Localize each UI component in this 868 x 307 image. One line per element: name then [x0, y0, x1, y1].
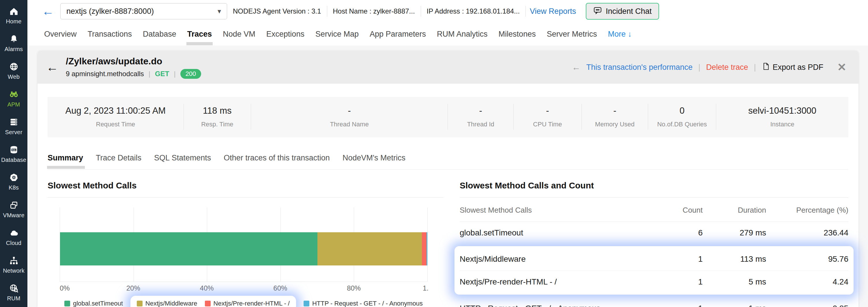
chart-plot-area	[60, 208, 427, 282]
chat-bubble-icon	[593, 6, 602, 17]
tab-server-metrics[interactable]: Server Metrics	[547, 30, 597, 39]
sidebar-item-apm[interactable]: APM	[0, 85, 27, 113]
x-tick: 1.	[423, 284, 429, 292]
legend-item-nextjs-prerender[interactable]: Nextjs/Pre-render-HTML - /	[205, 300, 290, 307]
cloud-icon	[9, 228, 19, 238]
table-header-row: Slowest Method Calls Count Duration Perc…	[460, 197, 848, 222]
top-bar: ← nextjs (zylker-8887:8000) ▾ NODEJS Age…	[27, 0, 868, 23]
subtab-summary[interactable]: Summary	[48, 154, 83, 162]
tab-node-vm[interactable]: Node VM	[223, 30, 255, 39]
table-row[interactable]: HTTP - Request - GET - / - Anonymous 1 1…	[460, 297, 848, 307]
binoculars-icon	[9, 89, 19, 99]
trace-body: Aug 2, 2023 11:00:25 AM Request Time 118…	[37, 97, 859, 307]
export-pdf-link[interactable]: Export as PDF	[762, 62, 824, 72]
application-selector[interactable]: nextjs (zylker-8887:8000) ▾	[60, 3, 227, 19]
legend-item-global-settimeout[interactable]: global.setTimeout	[64, 300, 123, 307]
incident-chat-button[interactable]: Incident Chat	[586, 3, 659, 20]
x-tick: 0%	[60, 284, 70, 292]
http-method-badge: GET	[155, 70, 169, 78]
tab-rum-analytics[interactable]: RUM Analytics	[437, 30, 488, 39]
status-code-badge: 200	[180, 69, 202, 79]
tab-database[interactable]: Database	[143, 30, 176, 39]
table-row[interactable]: Nextjs/Middleware 1 113 ms 95.76	[460, 248, 848, 270]
sidebar-item-server[interactable]: Server	[0, 113, 27, 140]
bar-segment-http-request[interactable]	[427, 232, 427, 266]
tab-transactions[interactable]: Transactions	[88, 30, 132, 39]
kubernetes-icon	[9, 173, 19, 182]
bell-icon	[9, 34, 19, 44]
svg-text:SQL: SQL	[11, 149, 16, 151]
column-header-name: Slowest Method Calls	[460, 206, 656, 215]
trace-subtitle: 9 apminsight.methodcalls | GET | 200	[66, 69, 201, 79]
trace-actions: ← This transaction's performance | Delet…	[572, 61, 846, 73]
x-axis-labels: 0% 20% 40% 60% 80% 1.	[60, 284, 427, 295]
application-selector-value: nextjs (zylker-8887:8000)	[66, 7, 154, 16]
tab-app-parameters[interactable]: App Parameters	[370, 30, 426, 39]
stat-cpu-time: - CPU Time	[514, 104, 582, 130]
agent-version: NODEJS Agent Version : 3.1	[227, 7, 327, 15]
sidebar-item-vmware[interactable]: VMware	[0, 196, 27, 223]
bar-segment-nextjs-prerender[interactable]	[422, 232, 427, 266]
table-row[interactable]: Nextjs/Pre-render-HTML - / 1 5 ms 4.24	[460, 270, 848, 293]
left-arrow-icon: ←	[572, 62, 581, 72]
subtab-nodevm-metrics[interactable]: NodeVM's Metrics	[343, 154, 405, 162]
column-header-percentage: Percentage (%)	[766, 206, 848, 215]
subtab-sql-statements[interactable]: SQL Statements	[154, 154, 211, 162]
tab-milestones[interactable]: Milestones	[499, 30, 536, 39]
sidebar-item-label: RUM	[7, 295, 20, 302]
sidebar-item-k8s[interactable]: K8s	[0, 168, 27, 196]
tab-exceptions[interactable]: Exceptions	[266, 30, 304, 39]
trace-header: ← /Zylker/aws/update.do 9 apminsight.met…	[37, 51, 859, 84]
trace-title: /Zylker/aws/update.do	[66, 56, 201, 67]
stat-resp-time: 118 ms Resp. Time	[184, 104, 251, 130]
arrow-down-icon: ↓	[628, 30, 632, 38]
tab-more[interactable]: More ↓	[608, 30, 632, 39]
transaction-performance-link[interactable]: This transaction's performance	[586, 63, 692, 72]
sidebar-item-label: Alarms	[5, 46, 23, 53]
sidebar-item-label: Database	[1, 157, 26, 163]
close-icon[interactable]: ✕	[837, 61, 846, 73]
sidebar-item-label: VMware	[3, 212, 25, 219]
table-title: Slowest Method Calls and Count	[460, 181, 848, 197]
sidebar-item-network[interactable]: Network	[0, 251, 27, 279]
legend-item-http-request[interactable]: HTTP - Request - GET - / - Anonymous	[304, 300, 423, 307]
x-tick: 20%	[126, 284, 140, 292]
sidebar-item-web[interactable]: Web	[0, 57, 27, 85]
delete-trace-link[interactable]: Delete trace	[706, 63, 748, 72]
legend-swatch	[205, 301, 211, 306]
divider	[525, 6, 526, 17]
sidebar-item-label: Network	[3, 268, 25, 274]
tab-traces[interactable]: Traces	[187, 30, 212, 39]
gridline	[427, 208, 428, 282]
sidebar-item-label: APM	[7, 101, 20, 108]
subtab-other-traces[interactable]: Other traces of this transaction	[224, 154, 330, 162]
legend-swatch	[304, 301, 309, 306]
legend-swatch	[137, 301, 143, 306]
subtab-trace-details[interactable]: Trace Details	[96, 154, 142, 162]
sidebar-item-alarms[interactable]: Alarms	[0, 29, 27, 57]
sidebar-item-cloud[interactable]: Cloud	[0, 223, 27, 251]
table-row[interactable]: global.setTimeout 6 279 ms 236.44	[460, 222, 848, 244]
legend-item-nextjs-middleware[interactable]: Nextjs/Middleware	[137, 300, 197, 307]
trace-stats-strip: Aug 2, 2023 11:00:25 AM Request Time 118…	[48, 97, 848, 137]
tab-overview[interactable]: Overview	[44, 30, 77, 39]
sidebar-item-database[interactable]: SQL Database	[0, 140, 27, 168]
sidebar-item-label: Home	[6, 18, 21, 25]
tab-service-map[interactable]: Service Map	[315, 30, 359, 39]
x-tick: 40%	[200, 284, 214, 292]
chart-legend: global.setTimeout Nextjs/Middleware	[60, 296, 427, 307]
chevron-down-icon: ▾	[218, 7, 221, 15]
trace-back-arrow[interactable]: ←	[46, 61, 58, 73]
page-background: ← /Zylker/aws/update.do 9 apminsight.met…	[27, 45, 868, 307]
sidebar-item-rum[interactable]: RUM	[0, 279, 27, 306]
bar-segment-global-settimeout[interactable]	[60, 232, 317, 266]
pdf-file-icon	[762, 62, 770, 72]
bar-segment-nextjs-middleware[interactable]	[317, 232, 422, 266]
back-arrow[interactable]: ←	[42, 5, 54, 17]
view-reports-link[interactable]: View Reports	[530, 7, 576, 16]
database-sql-icon: SQL	[9, 145, 19, 155]
slowest-method-calls-table-section: Slowest Method Calls and Count Slowest M…	[460, 181, 848, 307]
main-area: ← nextjs (zylker-8887:8000) ▾ NODEJS Age…	[27, 0, 868, 307]
x-tick: 60%	[273, 284, 287, 292]
sidebar-item-home[interactable]: Home	[0, 2, 27, 29]
